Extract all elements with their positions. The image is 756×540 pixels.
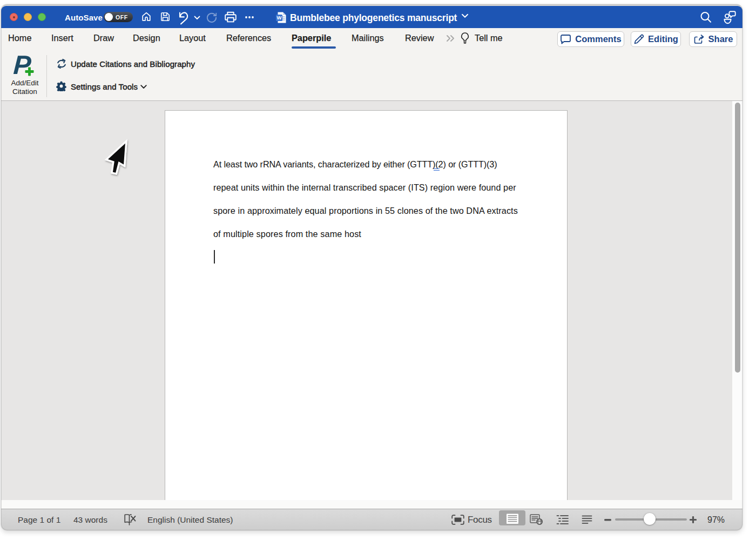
svg-text:W: W [277, 15, 282, 21]
